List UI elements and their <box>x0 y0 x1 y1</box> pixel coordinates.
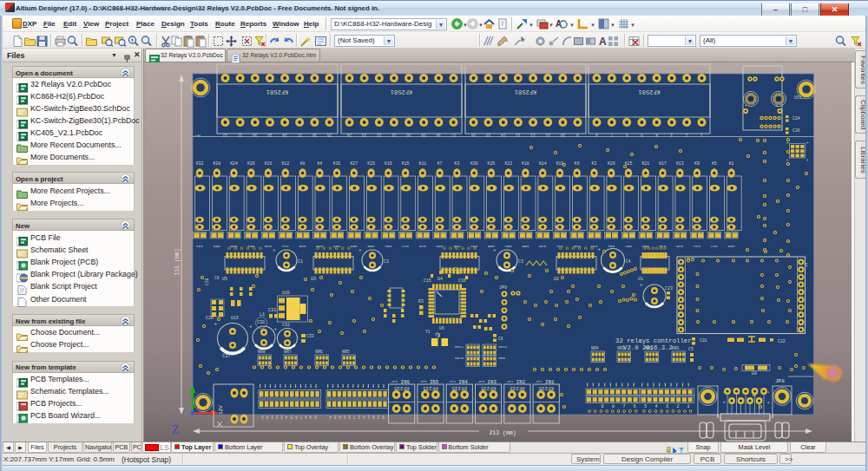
svg-text:D46: D46 <box>539 245 546 249</box>
svg-text:KF235: KF235 <box>451 385 467 391</box>
svg-text:K3: K3 <box>455 161 460 166</box>
svg-text:K24: K24 <box>230 161 238 166</box>
svg-text:+: + <box>806 141 809 145</box>
svg-text:D40: D40 <box>299 245 306 249</box>
svg-text:9: 9 <box>601 403 603 409</box>
svg-text:+: + <box>493 247 496 253</box>
svg-text:C28: C28 <box>205 278 209 285</box>
svg-text:KF235: KF235 <box>423 385 438 391</box>
svg-text:5: 5 <box>644 403 647 409</box>
svg-text:KF235: KF235 <box>510 385 525 391</box>
svg-text:U2: U2 <box>554 277 559 282</box>
svg-text:+: + <box>274 326 278 332</box>
svg-text:D60: D60 <box>213 245 220 249</box>
svg-text:KF235: KF235 <box>393 385 409 391</box>
svg-text:C6: C6 <box>498 337 503 341</box>
svg-text:D37: D37 <box>710 245 717 249</box>
svg-text:IN4: IN4 <box>458 379 468 385</box>
svg-text:32 relays controller: 32 relays controller <box>615 337 692 344</box>
svg-text:K28: K28 <box>213 161 220 166</box>
svg-text:6: 6 <box>634 403 636 409</box>
svg-text:C16: C16 <box>458 278 466 283</box>
svg-text:2: 2 <box>676 403 679 409</box>
svg-text:D55: D55 <box>367 245 374 249</box>
svg-text:NR8: NR8 <box>258 350 266 354</box>
svg-text:C31: C31 <box>282 323 290 328</box>
svg-text:K14: K14 <box>539 161 547 166</box>
svg-text:0 2 9 1 8 2 7 3 6 4 5 4: 0 2 9 1 8 2 7 3 6 4 5 4 <box>329 415 385 419</box>
svg-text:+: + <box>598 246 602 252</box>
svg-text:A: A <box>599 36 607 48</box>
svg-text:NR7: NR7 <box>284 350 292 354</box>
svg-text:K31: K31 <box>333 161 341 166</box>
svg-text:L1: L1 <box>260 312 265 317</box>
svg-text:D54: D54 <box>504 245 511 249</box>
svg-text:JP1: JP1 <box>536 380 542 383</box>
svg-text:JP6: JP6 <box>391 380 398 383</box>
svg-text:K26: K26 <box>488 161 496 166</box>
svg-text:C15: C15 <box>424 278 431 283</box>
svg-text:C27: C27 <box>222 353 231 359</box>
svg-text:U13: U13 <box>231 316 239 320</box>
svg-text:K30: K30 <box>470 161 478 166</box>
svg-text:Z: Z <box>172 423 180 436</box>
svg-text:NR5: NR5 <box>342 350 350 354</box>
svg-text:C26: C26 <box>792 128 800 133</box>
svg-text:NR10: NR10 <box>455 356 464 360</box>
svg-text:KF2501: KF2501 <box>638 88 660 95</box>
svg-text:C5: C5 <box>688 347 694 351</box>
svg-text:D39: D39 <box>436 245 443 249</box>
svg-text:JP3: JP3 <box>478 380 485 383</box>
svg-text:K9: K9 <box>694 161 700 166</box>
svg-text:IN3: IN3 <box>488 379 497 385</box>
svg-text:NR1: NR1 <box>672 346 680 350</box>
svg-text:NR6: NR6 <box>315 350 323 354</box>
svg-text:K25: K25 <box>625 161 633 166</box>
svg-text:U10: U10 <box>282 291 290 295</box>
svg-text:+: + <box>640 282 643 288</box>
svg-text:C4: C4 <box>626 259 631 265</box>
svg-text:D47: D47 <box>402 245 409 249</box>
svg-text:0 9 8 7 6 5 4 3 2 1 0 3: 0 9 8 7 6 5 4 3 2 1 0 3 <box>261 415 317 419</box>
svg-text:C2: C2 <box>384 259 389 265</box>
svg-text:NR9: NR9 <box>498 356 505 360</box>
svg-text:K10: K10 <box>556 161 564 166</box>
svg-text:D59: D59 <box>350 245 357 249</box>
svg-text:K20: K20 <box>247 161 255 166</box>
svg-text:K23: K23 <box>367 161 375 166</box>
svg-text:C3: C3 <box>518 259 523 265</box>
svg-text:U3: U3 <box>311 277 316 282</box>
svg-text:C21: C21 <box>700 338 707 343</box>
svg-text:K32: K32 <box>196 161 204 166</box>
svg-text:D45: D45 <box>676 245 683 249</box>
svg-text:KF2501: KF2501 <box>391 88 412 95</box>
svg-text:KF2501: KF2501 <box>515 88 536 95</box>
svg-text:K19: K19 <box>385 161 392 166</box>
svg-text:NR11: NR11 <box>498 344 508 349</box>
svg-text:D51: D51 <box>385 245 391 249</box>
svg-text:+: + <box>273 247 276 253</box>
svg-text:D48: D48 <box>264 245 271 249</box>
svg-text:C32: C32 <box>268 308 276 313</box>
svg-text:NR12: NR12 <box>455 344 464 349</box>
svg-text:U51: U51 <box>794 95 802 100</box>
svg-text:IN2: IN2 <box>516 379 526 385</box>
svg-text:C30: C30 <box>257 320 265 325</box>
svg-text:C24: C24 <box>792 116 800 121</box>
svg-text:KF2501: KF2501 <box>266 88 288 95</box>
svg-text:+: + <box>249 324 253 330</box>
svg-text:C23: C23 <box>665 286 673 291</box>
svg-text:115 (mm): 115 (mm) <box>174 248 181 275</box>
svg-text:JP9: JP9 <box>499 285 507 291</box>
svg-text:KF235: KF235 <box>480 385 496 391</box>
svg-text:IN1: IN1 <box>545 379 555 385</box>
svg-text:D41: D41 <box>693 245 700 249</box>
svg-text:D50: D50 <box>522 245 529 249</box>
svg-text:3: 3 <box>666 403 668 409</box>
svg-text:C1: C1 <box>298 259 303 265</box>
svg-text:U5: U5 <box>222 277 227 282</box>
svg-text:U4: U4 <box>437 277 443 282</box>
svg-text:K21: K21 <box>641 161 649 166</box>
svg-text:K13: K13 <box>676 161 684 166</box>
svg-text:7: 7 <box>622 403 625 409</box>
